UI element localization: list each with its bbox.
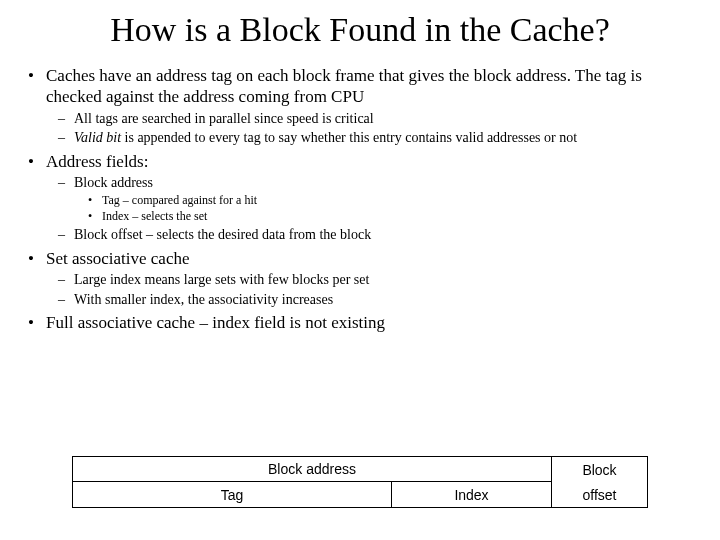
bullet-3: Set associative cache Large index means … — [20, 248, 700, 308]
slide: How is a Block Found in the Cache? Cache… — [0, 10, 720, 540]
index-cell: Index — [392, 482, 552, 508]
bullet-1: Caches have an address tag on each block… — [20, 65, 700, 147]
bullet-2-sub-1-text: Block address — [74, 175, 153, 190]
bullet-2-sub-2: Block offset – selects the desired data … — [46, 226, 700, 244]
bullet-1-text: Caches have an address tag on each block… — [46, 66, 642, 106]
bullet-2-sub-1-sub: Tag – compared against for a hit Index –… — [74, 193, 700, 224]
address-diagram: Block address Block Tag Index offset — [72, 456, 648, 508]
bullet-2-sub: Block address Tag – compared against for… — [46, 174, 700, 244]
bullet-1-sub-2-italic: Valid bit — [74, 130, 121, 145]
bullet-3-sub: Large index means large sets with few bl… — [46, 271, 700, 308]
tag-cell: Tag — [72, 482, 392, 508]
bullet-2-sub-1: Block address Tag – compared against for… — [46, 174, 700, 225]
bullet-4-text: Full associative cache – index field is … — [46, 313, 385, 332]
bullet-2-sub-1-c2: Index – selects the set — [74, 209, 700, 224]
bullet-1-sub: All tags are searched in parallel since … — [46, 110, 700, 147]
bullet-3-sub-2: With smaller index, the associativity in… — [46, 291, 700, 309]
bullet-4: Full associative cache – index field is … — [20, 312, 700, 333]
bullet-1-sub-2: Valid bit is appended to every tag to sa… — [46, 129, 700, 147]
bullet-2-sub-1-c1: Tag – compared against for a hit — [74, 193, 700, 208]
diagram-row-top: Block address Block — [72, 456, 648, 482]
bullet-2-text: Address fields: — [46, 152, 148, 171]
diagram-row-bottom: Tag Index offset — [72, 482, 648, 508]
bullet-2: Address fields: Block address Tag – comp… — [20, 151, 700, 244]
block-address-cell: Block address — [72, 456, 552, 482]
bullet-3-text: Set associative cache — [46, 249, 190, 268]
bullet-1-sub-2-rest: is appended to every tag to say whether … — [121, 130, 577, 145]
block-offset-cell-bottom: offset — [552, 482, 648, 508]
bullet-list: Caches have an address tag on each block… — [20, 65, 700, 333]
bullet-1-sub-1: All tags are searched in parallel since … — [46, 110, 700, 128]
slide-title: How is a Block Found in the Cache? — [30, 10, 690, 49]
bullet-3-sub-1: Large index means large sets with few bl… — [46, 271, 700, 289]
slide-content: Caches have an address tag on each block… — [20, 65, 700, 333]
block-offset-cell-top: Block — [552, 456, 648, 482]
